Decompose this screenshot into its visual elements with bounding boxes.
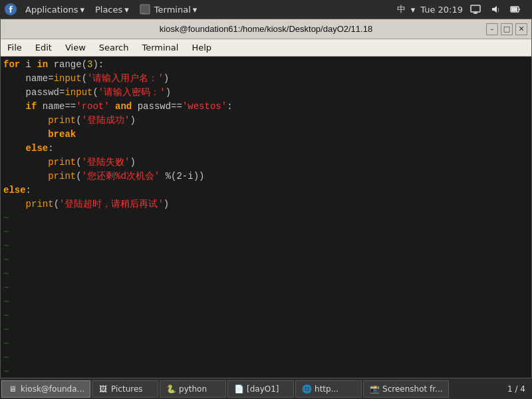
menu-view[interactable]: View [59,39,92,57]
terminal-icon: _ [140,4,150,15]
places-menu[interactable]: Places ▾ [90,0,134,19]
battery-icon[interactable] [508,2,523,17]
terminal-menu[interactable]: _ Terminal ▾ [134,0,202,19]
menu-edit[interactable]: Edit [29,39,59,57]
editor-area[interactable]: for i in range(3): name=input('请输入用户名：')… [1,57,531,384]
svg-marker-8 [492,6,497,13]
code-line-5: print('登陆成功') [3,114,529,128]
applications-label: Applications [25,5,78,15]
code-line-1: for i in range(3): [3,58,529,72]
taskbar-terminal-label: kiosk@founda... [21,384,84,394]
taskbar-item-dayo1[interactable]: 📄 [dayO1] [227,380,294,398]
screenshot-taskbar-icon: 📸 [369,384,380,394]
tilde-line-22: ~ [3,351,529,365]
code-line-4: if name=='root' and passwd=='westos': [3,100,529,114]
taskbar-python-label: python [179,384,207,394]
tilde-line-13: ~ [3,225,529,239]
svg-rect-12 [511,7,517,11]
tilde-line-20: ~ [3,323,529,337]
places-arrow-icon: ▾ [124,5,129,15]
tilde-line-21: ~ [3,337,529,351]
applications-arrow-icon: ▾ [80,5,84,15]
applications-menu[interactable]: Applications ▾ [20,0,90,19]
terminal-arrow-icon: ▾ [193,5,198,15]
tilde-line-18: ~ [3,295,529,309]
taskbar-item-pictures[interactable]: 🖼 Pictures [92,380,158,398]
terminal-label: Terminal [154,5,191,15]
tilde-line-14: ~ [3,239,529,253]
svg-rect-4 [471,5,480,12]
tilde-line-12: ~ [3,211,529,225]
workspace-pager[interactable]: 1 / 4 [502,384,531,394]
terminal-taskbar-icon: 🖥 [7,384,18,394]
pictures-taskbar-icon: 🖼 [98,384,108,394]
system-topbar: f Applications ▾ Places ▾ _ Terminal ▾ 中… [0,0,532,19]
terminal-window: kiosk@foundation61:/home/kiosk/Desktop/d… [0,19,532,399]
svg-text:): ) [497,7,499,13]
os-logo-icon: f [4,3,17,16]
volume-icon[interactable]: ) [488,2,503,17]
taskbar-item-screenshot[interactable]: 📸 Screenshot fr... [363,380,448,398]
tilde-line-17: ~ [3,281,529,295]
code-line-6: break [3,128,529,142]
code-line-9: print('您还剩%d次机会' %(2-i)) [3,170,529,184]
close-button[interactable]: ✕ [515,23,527,35]
places-label: Places [95,5,122,15]
menu-file[interactable]: File [1,39,29,57]
code-line-7: else: [3,142,529,156]
menu-help[interactable]: Help [185,39,218,57]
taskbar-item-http[interactable]: 🌐 http... [295,380,362,398]
tilde-line-16: ~ [3,267,529,281]
tilde-line-23: ~ [3,365,529,379]
code-line-11: print('登陆超时，请稍后再试') [3,198,529,211]
taskbar-screenshot-label: Screenshot fr... [382,384,442,394]
menubar: File Edit View Search Terminal Help [1,39,531,57]
python-taskbar-icon: 🐍 [166,384,176,394]
taskbar-dayo1-label: [dayO1] [247,384,279,394]
tilde-line-19: ~ [3,309,529,323]
taskbar-item-terminal[interactable]: 🖥 kiosk@founda... [1,380,90,398]
svg-rect-11 [519,9,520,10]
titlebar: kiosk@foundation61:/home/kiosk/Desktop/d… [1,19,531,39]
code-line-2: name=input('请输入用户名：') [3,72,529,86]
window-controls: – □ ✕ [486,23,527,35]
taskbar-http-label: http... [315,384,338,394]
maximize-button[interactable]: □ [501,23,513,35]
code-line-8: print('登陆失败') [3,156,529,170]
input-method-indicator: 中 [397,3,406,15]
display-icon[interactable] [468,2,483,17]
taskbar-item-python[interactable]: 🐍 python [160,380,226,398]
dayo1-taskbar-icon: 📄 [233,384,244,394]
code-line-10: else: [3,184,529,198]
taskbar: 🖥 kiosk@founda... 🖼 Pictures 🐍 python 📄 … [0,378,532,399]
topbar-right-section: 中 ▾ Tue 20:19 ) [392,2,528,17]
svg-text:_: _ [142,7,145,13]
code-line-3: passwd=input('请输入密码：') [3,86,529,100]
http-taskbar-icon: 🌐 [301,384,312,394]
svg-text:f: f [9,5,13,15]
tilde-line-15: ~ [3,253,529,267]
clock: Tue 20:19 [420,5,463,15]
minimize-button[interactable]: – [486,23,498,35]
menu-search[interactable]: Search [92,39,136,57]
menu-terminal[interactable]: Terminal [135,39,185,57]
taskbar-pictures-label: Pictures [111,384,143,394]
window-title: kiosk@foundation61:/home/kiosk/Desktop/d… [160,24,372,34]
